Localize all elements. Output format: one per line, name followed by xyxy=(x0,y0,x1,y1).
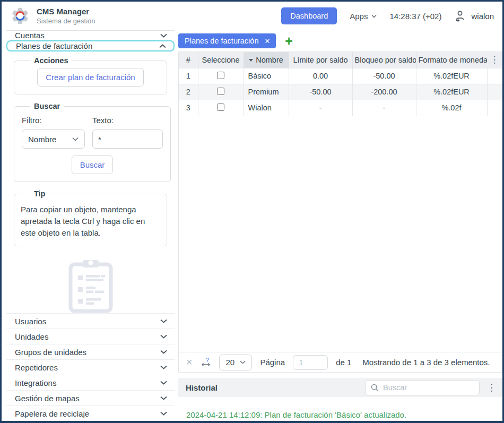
sidebar-item-label: Unidades xyxy=(15,332,160,341)
user-menu[interactable]: wialon xyxy=(454,10,494,22)
history-title: Historial xyxy=(186,383,218,392)
sidebar-item-gestion-de-mapas[interactable]: Gestión de mapas xyxy=(6,390,175,405)
apps-label: Apps xyxy=(350,12,368,21)
clock: 14:28:37 (+02) xyxy=(389,12,441,21)
create-billing-plan-button[interactable]: Crear plan de facturación xyxy=(37,68,143,87)
row-select-checkbox[interactable] xyxy=(217,88,224,95)
row-block: -200.00 xyxy=(352,84,416,100)
app-title: CMS Manager xyxy=(37,7,95,16)
col-header-formato-de-moneda[interactable]: Formato de moneda xyxy=(416,52,487,68)
col-header-seleccione[interactable]: Seleccione xyxy=(198,52,244,68)
row-name: Básico xyxy=(244,68,289,84)
username: wialon xyxy=(471,12,494,21)
add-tab-button[interactable]: + xyxy=(285,35,293,47)
dashboard-button[interactable]: Dashboard xyxy=(281,7,337,24)
grid-menu-icon[interactable]: ⋮ xyxy=(490,55,499,65)
main-area: Planes de facturación ✕ + # Seleccione N… xyxy=(178,30,502,419)
acciones-legend: Acciones xyxy=(30,56,72,65)
search-icon xyxy=(371,384,379,392)
items-summary: Mostrando de 1 a 3 de 3 elementos. xyxy=(362,358,490,367)
cms-logo-icon xyxy=(10,6,30,26)
sidebar-item-planes-de-facturacion[interactable]: Planes de facturación xyxy=(6,40,175,51)
sort-desc-icon xyxy=(249,59,253,62)
row-limit: - xyxy=(289,100,352,116)
jump-to-item-icon[interactable]: ? xyxy=(201,358,211,367)
chevron-down-icon xyxy=(160,319,167,323)
table-header-row: # Seleccione Nombre Límite por saldo Blo… xyxy=(179,52,502,68)
filtro-select[interactable]: Nombre xyxy=(22,130,85,149)
texto-input[interactable] xyxy=(92,130,163,149)
row-block: - xyxy=(352,100,416,116)
buscar-button[interactable]: Buscar xyxy=(72,156,114,174)
chevron-down-icon xyxy=(160,350,167,354)
sidebar-item-usuarios[interactable]: Usuarios xyxy=(6,313,175,329)
sidebar-item-cuentas[interactable]: Cuentas xyxy=(6,31,175,40)
sidebar-item-label: Integrations xyxy=(15,378,160,387)
history-search-input[interactable] xyxy=(383,383,474,392)
sidebar-item-label: Grupos de unidades xyxy=(15,348,160,357)
sidebar-item-integrations[interactable]: Integrations xyxy=(6,375,175,390)
history-header: Historial ⋮ xyxy=(178,378,502,397)
chevron-up-icon xyxy=(159,44,166,48)
col-header-nombre[interactable]: Nombre xyxy=(244,52,289,68)
page-size-select[interactable]: 20 xyxy=(219,355,252,370)
chevron-down-icon xyxy=(160,334,167,339)
tip-section: Tip Para copiar un objeto, mantenga apre… xyxy=(14,189,167,246)
sidebar-item-label: Usuarios xyxy=(15,317,160,326)
sidebar-expanded-panel: Acciones Crear plan de facturación Busca… xyxy=(6,51,175,313)
row-select-checkbox[interactable] xyxy=(217,72,224,79)
chevron-down-icon xyxy=(160,365,167,369)
col-header-num[interactable]: # xyxy=(179,52,198,68)
page-size-value: 20 xyxy=(225,358,234,367)
table-row[interactable]: 2 Premium -50.00 -200.00 %.02fEUR xyxy=(179,84,502,100)
history-search-box[interactable] xyxy=(365,380,480,395)
row-format: %.02f xyxy=(416,100,487,116)
apps-menu[interactable]: Apps xyxy=(350,12,377,21)
sidebar: Cuentas Planes de facturación Acciones C… xyxy=(6,30,175,419)
buscar-legend: Buscar xyxy=(30,102,64,110)
page-label: Página xyxy=(260,358,285,367)
sidebar-item-label: Gestión de mapas xyxy=(15,394,160,403)
sidebar-item-unidades[interactable]: Unidades xyxy=(6,329,175,344)
sidebar-item-papelera-de-reciclaje[interactable]: Papelera de reciclaje xyxy=(6,405,175,421)
table-row[interactable]: 1 Básico 0.00 -50.00 %.02fEUR xyxy=(179,68,502,84)
col-header-limite-por-saldo[interactable]: Límite por saldo xyxy=(289,52,352,68)
texto-label: Texto: xyxy=(92,116,163,125)
row-select-checkbox[interactable] xyxy=(217,103,224,111)
top-bar: CMS Manager Sistema de gestión Dashboard… xyxy=(2,2,502,30)
page-count-label: de 1 xyxy=(336,358,351,367)
acciones-section: Acciones Crear plan de facturación xyxy=(14,56,167,94)
chevron-down-icon xyxy=(160,33,167,38)
row-name: Premium xyxy=(244,84,289,100)
sidebar-item-grupos-de-unidades[interactable]: Grupos de unidades xyxy=(6,344,175,359)
chevron-down-icon xyxy=(160,381,167,385)
chevron-down-icon xyxy=(160,411,167,416)
row-num: 1 xyxy=(179,68,198,84)
sidebar-item-label: Papelera de reciclaje xyxy=(15,409,160,418)
billing-plans-grid: # Seleccione Nombre Límite por saldo Blo… xyxy=(178,51,502,373)
history-menu-icon[interactable]: ⋮ xyxy=(487,383,496,392)
sidebar-item-repetidores[interactable]: Repetidores xyxy=(6,359,175,375)
tab-close-icon[interactable]: ✕ xyxy=(264,38,270,45)
chevron-down-icon xyxy=(371,14,377,18)
row-format: %.02fEUR xyxy=(416,84,487,100)
pagination-bar: ✕ ? 20 Página de 1 Mostrando de 1 a 3 de… xyxy=(179,352,502,372)
page-number-input[interactable] xyxy=(293,355,328,370)
col-header-bloqueo-por-saldo[interactable]: Bloqueo por saldo xyxy=(352,52,416,68)
chevron-down-icon xyxy=(160,396,167,400)
table-row[interactable]: 3 Wialon - - %.02f xyxy=(179,100,502,116)
sidebar-item-label: Planes de facturación xyxy=(16,41,159,50)
history-panel: Historial ⋮ 2024-04-21 14:12:09: Plan de… xyxy=(178,378,502,419)
row-limit: 0.00 xyxy=(289,68,352,84)
chevron-down-icon xyxy=(72,137,79,141)
row-format: %.02fEUR xyxy=(416,68,487,84)
tab-label: Planes de facturación xyxy=(185,37,258,45)
sidebar-item-label: Repetidores xyxy=(15,363,160,372)
app-subtitle: Sistema de gestión xyxy=(37,17,95,25)
history-entry: 2024-04-21 14:12:09: Plan de facturación… xyxy=(178,397,502,419)
clear-selection-icon[interactable]: ✕ xyxy=(186,357,193,367)
tab-planes-de-facturacion[interactable]: Planes de facturación ✕ xyxy=(178,33,276,48)
chevron-down-icon xyxy=(240,360,246,364)
clipboard-illustration-icon xyxy=(68,258,113,313)
tab-bar: Planes de facturación ✕ + xyxy=(178,30,502,51)
